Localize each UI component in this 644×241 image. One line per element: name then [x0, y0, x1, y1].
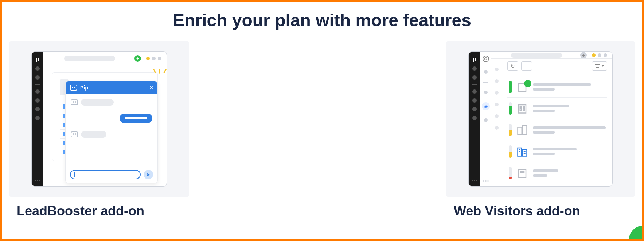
sidebar-dot-icon: [472, 107, 477, 111]
page-title: Enrich your plan with more features: [2, 10, 642, 30]
pipedrive-logo-icon: p: [36, 56, 39, 62]
company-icon: [517, 146, 528, 157]
window-controls: [146, 57, 161, 60]
svg-rect-22: [523, 171, 524, 173]
svg-rect-13: [523, 126, 527, 135]
svg-rect-20: [519, 169, 526, 178]
visitor-rail: [491, 59, 502, 187]
visitor-row[interactable]: [507, 98, 607, 119]
visitor-text-placeholder: [533, 148, 577, 155]
visitor-text-placeholder: [533, 126, 606, 134]
webvisitors-card[interactable]: p ◉: [446, 41, 635, 219]
sparkle-icon: [153, 69, 167, 80]
window-controls: [592, 53, 607, 57]
send-icon[interactable]: ➤: [144, 170, 153, 179]
mini-topbar: +: [491, 52, 612, 59]
chatbot-input-row: ➤: [66, 166, 157, 183]
visitor-row[interactable]: [507, 76, 607, 98]
nav-dot-icon: [484, 70, 488, 74]
chatbot-body: [66, 94, 157, 166]
sidebar-dot-icon: [35, 116, 40, 120]
radar-icon: ◉: [482, 102, 490, 110]
chatbot-header: Pip ×: [66, 81, 157, 94]
sidebar-more-icon: [37, 180, 38, 181]
chatbot-widget: Pip × ➤: [65, 81, 158, 183]
visitor-toolbar: ↻ ⋯: [502, 59, 612, 73]
mini-sidebar: p: [32, 52, 43, 186]
sidebar-dot-icon: [472, 98, 477, 103]
webvisitors-title: Web Visitors add-on: [454, 203, 635, 219]
url-pill-placeholder: [64, 56, 115, 61]
sidebar-dot-icon: [35, 98, 40, 103]
visitor-text-placeholder: [533, 83, 591, 91]
bot-icon: [70, 85, 77, 91]
svg-rect-8: [520, 106, 522, 108]
filter-icon: [595, 64, 600, 68]
new-tab-icon: +: [134, 55, 141, 62]
chat-input[interactable]: [70, 170, 141, 179]
visitor-row[interactable]: [507, 119, 607, 141]
sidebar-dot-icon: [35, 107, 40, 111]
mini-sidebar: p: [469, 52, 480, 186]
user-message-placeholder: [120, 114, 152, 123]
secondary-sidebar: ◉: [480, 52, 491, 186]
url-pill-placeholder: [511, 53, 562, 58]
activity-bar-icon: [509, 102, 512, 115]
nav-more-icon: [485, 180, 487, 182]
mini-topbar: +: [43, 52, 167, 65]
sidebar-dot-icon: [35, 75, 40, 80]
leadbooster-preview: p +: [31, 51, 167, 187]
activity-bar-icon: [509, 124, 512, 136]
feature-upsell-panel: Enrich your plan with more features p: [0, 0, 644, 241]
svg-rect-12: [518, 127, 522, 135]
bot-icon: [71, 99, 78, 105]
sidebar-divider-icon: [35, 84, 40, 85]
sidebar-more-icon: [474, 180, 475, 181]
pipedrive-logo-icon: p: [473, 56, 476, 62]
sidebar-dot-icon: [472, 75, 477, 80]
chatbot-name: Pip: [80, 85, 88, 91]
activity-bar-icon: [509, 81, 512, 93]
company-icon: [517, 103, 528, 114]
svg-rect-11: [523, 109, 525, 110]
nav-divider-icon: [483, 82, 488, 83]
visitor-text-placeholder: [533, 169, 558, 177]
card-row: p +: [2, 30, 642, 219]
filter-dropdown[interactable]: [592, 61, 607, 71]
bot-message-placeholder: [81, 131, 106, 138]
sidebar-dot-icon: [472, 89, 477, 94]
online-indicator-icon: [524, 80, 531, 87]
more-icon[interactable]: ⋯: [521, 61, 532, 71]
sidebar-dot-icon: [472, 116, 477, 120]
company-icon: [517, 81, 528, 92]
visitor-text-placeholder: [533, 105, 569, 112]
activity-bar-icon: [509, 167, 512, 179]
activity-bar-icon: [509, 145, 512, 158]
svg-rect-10: [520, 109, 522, 110]
visitor-row[interactable]: [507, 162, 607, 184]
close-icon[interactable]: ×: [150, 84, 153, 91]
new-tab-icon: +: [580, 52, 587, 58]
webvisitors-preview: p ◉: [468, 51, 613, 187]
corner-badge-icon: [629, 226, 643, 240]
sidebar-dot-icon: [472, 66, 477, 71]
bot-icon: [71, 131, 78, 137]
visitor-row[interactable]: [507, 141, 607, 162]
nav-dot-icon: [484, 91, 488, 94]
sidebar-dot-icon: [35, 89, 40, 94]
leadbooster-card[interactable]: p +: [9, 41, 189, 219]
leadbooster-title: LeadBooster add-on: [17, 203, 189, 219]
svg-rect-9: [523, 106, 525, 108]
target-icon: [483, 56, 489, 62]
sidebar-divider-icon: [472, 84, 477, 85]
svg-rect-21: [520, 171, 522, 173]
company-icon: [517, 125, 528, 135]
bot-message-placeholder: [81, 99, 114, 106]
company-icon: [517, 168, 528, 179]
caret-down-icon: [601, 65, 604, 67]
visitor-list: [502, 73, 612, 187]
sidebar-dot-icon: [35, 66, 40, 71]
nav-dot-icon: [484, 118, 488, 122]
refresh-icon[interactable]: ↻: [507, 61, 518, 71]
